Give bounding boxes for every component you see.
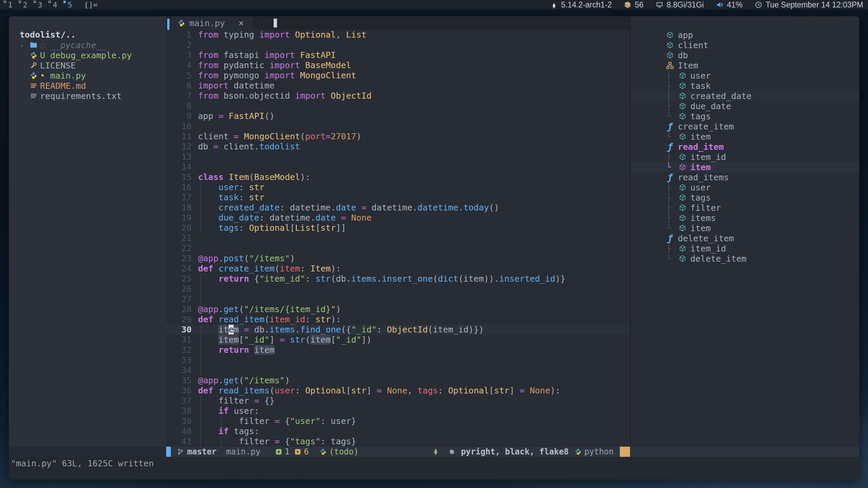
code-token: import: [259, 30, 290, 40]
code-line[interactable]: 26│: [166, 284, 630, 294]
outline-item-create_item[interactable]: ƒcreate_item: [631, 121, 859, 131]
outline-item-tags[interactable]: ├tags: [631, 192, 859, 203]
file-tree-item-README.md[interactable]: README.md: [9, 81, 166, 91]
code-token: filter: [239, 416, 274, 426]
line-number: 12: [166, 142, 192, 152]
code-area[interactable]: 1from typing import Optional, List23from…: [166, 30, 630, 447]
outline-item-client[interactable]: client: [631, 40, 859, 50]
bar-status-text: Tue September 14 12:03PM: [766, 0, 863, 9]
code-line[interactable]: 30│ item = db.items.find_one({"_id": Obj…: [166, 325, 630, 335]
outline-item-delete_item[interactable]: ƒdelete_item: [631, 233, 859, 243]
code-line[interactable]: 13: [166, 152, 630, 162]
workspace-2[interactable]: 2: [18, 0, 33, 9]
code-line[interactable]: 37│ filter = {}: [166, 396, 630, 406]
code-line[interactable]: 40│ if tags:: [166, 426, 630, 436]
code-line[interactable]: 38│ if user:: [166, 406, 630, 416]
outline-item-delete_item[interactable]: └delete_item: [631, 253, 859, 264]
outline-item-item_id[interactable]: ├item_id: [631, 243, 859, 253]
outline-item-item[interactable]: └item: [631, 162, 859, 172]
symbols-outline-panel: appclientdbItem├user├task├created_date├d…: [631, 16, 859, 447]
tab-main-py[interactable]: main.py ×: [171, 16, 253, 30]
code-line[interactable]: 18│ created_date: datetime.date = dateti…: [166, 203, 630, 213]
code-line[interactable]: 11client = MongoClient(port=27017): [166, 131, 630, 142]
code-line[interactable]: 3from fastapi import FastAPI: [166, 50, 630, 60]
file-tree-item-requirements.txt[interactable]: requirements.txt: [9, 91, 166, 101]
line-number: 11: [166, 131, 192, 142]
code-line[interactable]: 16│ user: str: [166, 182, 630, 192]
code-line[interactable]: 10: [166, 121, 630, 131]
outline-item-created_date[interactable]: ├created_date: [631, 91, 859, 101]
code-line[interactable]: 41│ │ filter = {"tags": tags}: [166, 436, 630, 447]
code-token: str: [320, 223, 336, 233]
code-token: =: [377, 386, 382, 395]
tab-close-icon[interactable]: ×: [238, 18, 244, 28]
code-token: (: [300, 131, 305, 141]
file-tree-item-__pycache__[interactable]: ›◌__pycache__: [9, 40, 166, 50]
code-line[interactable]: 36def read_items(user: Optional[str] = N…: [166, 386, 630, 396]
code-line[interactable]: 33│: [166, 355, 630, 365]
workspace-4[interactable]: 4: [47, 0, 62, 9]
code-line[interactable]: 14: [166, 162, 630, 172]
file-tree-root[interactable]: todolist/..: [9, 30, 166, 40]
tree-scrollbar[interactable]: [167, 19, 170, 30]
outline-item-item[interactable]: └item: [631, 223, 859, 233]
code-token: datetime.: [367, 203, 418, 212]
cube-icon: [666, 41, 674, 49]
code-line[interactable]: 4from pydantic import BaseModel: [166, 60, 630, 70]
outline-item-read_items[interactable]: ƒread_items: [631, 172, 859, 182]
workspace-5[interactable]: 5: [62, 0, 77, 9]
outline-item-item[interactable]: └item: [631, 131, 859, 142]
code-line[interactable]: 21: [166, 233, 630, 243]
code-line[interactable]: 28@app.get("/items/{item_id}"): [166, 304, 630, 314]
code-line[interactable]: 20│ tags: Optional[List[str]]: [166, 223, 630, 233]
code-line[interactable]: 5from pymongo import MongoClient: [166, 70, 630, 81]
code-line[interactable]: 27│: [166, 294, 630, 304]
file-tree-item-debug_example.py[interactable]: Udebug_example.py: [9, 50, 166, 60]
code-line[interactable]: 9app = FastAPI(): [166, 111, 630, 121]
code-line[interactable]: 8: [166, 101, 630, 111]
code-text: │: [192, 365, 203, 375]
workspace-3[interactable]: 3: [33, 0, 47, 9]
file-tree-item-LICENSE[interactable]: LICENSE: [9, 60, 166, 70]
symbol-name: item: [690, 132, 711, 142]
code-line[interactable]: 15class Item(BaseModel):: [166, 172, 630, 182]
code-line[interactable]: 22: [166, 243, 630, 253]
outline-item-task[interactable]: ├task: [631, 81, 859, 91]
file-tree-item-main.py[interactable]: •main.py: [9, 70, 166, 81]
outline-item-Item[interactable]: Item: [631, 60, 859, 70]
outline-item-read_item[interactable]: ƒread_item: [631, 142, 859, 152]
line-number: 26: [166, 284, 192, 294]
code-line[interactable]: 6import datetime: [166, 81, 630, 91]
code-line[interactable]: 24def create_item(item: Item):: [166, 264, 630, 274]
code-line[interactable]: 23@app.post("/items"): [166, 253, 630, 264]
code-line[interactable]: 32│ return item: [166, 345, 630, 355]
code-token: client: [198, 131, 234, 141]
code-line[interactable]: 29def read_item(item_id: str):: [166, 314, 630, 325]
outline-item-db[interactable]: db: [631, 50, 859, 60]
language-label: python: [584, 447, 614, 456]
code-line[interactable]: 34│: [166, 365, 630, 375]
outline-item-tags[interactable]: └tags: [631, 111, 859, 121]
code-token: :: [305, 314, 315, 324]
code-line[interactable]: 31│ item["_id"] = str(item["_id"]): [166, 335, 630, 345]
code-token: [356, 203, 361, 212]
outline-item-items[interactable]: ├items: [631, 213, 859, 223]
outline-item-filter[interactable]: ├filter: [631, 203, 859, 213]
code-line[interactable]: 7from bson.objectid import ObjectId: [166, 91, 630, 101]
outline-item-item_id[interactable]: ├item_id: [631, 152, 859, 162]
code-line[interactable]: 25│ return {"item_id": str(db.items.inse…: [166, 274, 630, 284]
code-token: )}: [555, 274, 566, 284]
code-line[interactable]: 19│ due_date: datetime.date = None: [166, 213, 630, 223]
code-line[interactable]: 12db = client.todolist: [166, 142, 630, 152]
code-line[interactable]: 17│ task: str: [166, 192, 630, 203]
code-line[interactable]: 2: [166, 40, 630, 50]
code-line[interactable]: 35@app.get("/items"): [166, 375, 630, 386]
code-line[interactable]: 1from typing import Optional, List: [166, 30, 630, 40]
cube-icon: [679, 92, 686, 100]
workspace-1[interactable]: 1: [3, 0, 18, 9]
outline-item-user[interactable]: ├user: [631, 182, 859, 192]
outline-item-user[interactable]: ├user: [631, 70, 859, 81]
outline-item-due_date[interactable]: ├due_date: [631, 101, 859, 111]
code-line[interactable]: 39│ │ filter = {"user": user}: [166, 416, 630, 426]
outline-item-app[interactable]: app: [631, 30, 859, 40]
